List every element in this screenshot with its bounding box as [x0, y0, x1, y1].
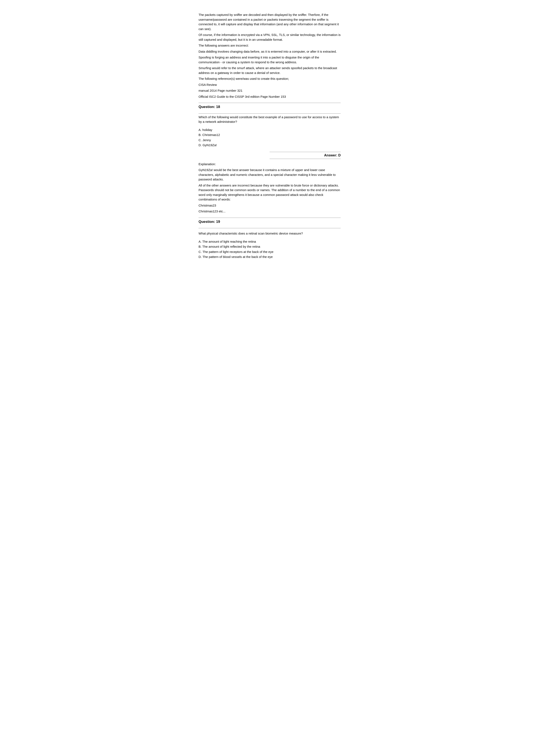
intro-paragraph1: The packets captured by sniffer are deco…	[199, 13, 341, 31]
question18-text: Which of the following would constitute …	[199, 115, 341, 124]
question18-options: A. holiday B. Christmas12 C. Jenny D. Gy…	[199, 128, 341, 148]
intro-paragraph8: CISA Review	[199, 83, 341, 87]
explanation18-1: GyN19Za! would be the best answer becaus…	[199, 168, 341, 182]
explanation18-label: Explanation:	[199, 162, 341, 167]
answer-divider-top	[269, 152, 341, 152]
intro-paragraph9: manual 2014 Page number 321	[199, 88, 341, 93]
answer18-block: Answer: D	[199, 152, 341, 159]
option-19-a: A. The amount of light reaching the reti…	[199, 239, 341, 244]
explanation18-3: Christmas23	[199, 203, 341, 208]
option-18-a: A. holiday	[199, 128, 341, 132]
explanation18-4: Christmas123 etc...	[199, 209, 341, 214]
option-18-b: B. Christmas12	[199, 133, 341, 137]
intro-paragraph4: Data diddling involves changing data bef…	[199, 49, 341, 54]
page: The packets captured by sniffer are deco…	[178, 0, 357, 280]
option-19-b: B. The amount of light reflected by the …	[199, 244, 341, 249]
intro-paragraph6: Smurfing would refer to the smurf attack…	[199, 66, 341, 75]
option-19-c: C. The pattern of light receptors at the…	[199, 250, 341, 255]
option-18-d: D. GyN19Za!	[199, 143, 341, 148]
answer18-text: Answer: D	[199, 153, 341, 158]
divider-q18-bottom	[199, 113, 341, 114]
divider-q19	[199, 218, 341, 218]
question19-options: A. The amount of light reaching the reti…	[199, 239, 341, 259]
intro-paragraph5: Spoofing is forging an address and inser…	[199, 55, 341, 65]
divider-q18	[199, 103, 341, 103]
intro-paragraph7: The following reference(s) were/was used…	[199, 76, 341, 81]
intro-paragraph2: Of course, if the information is encrypt…	[199, 33, 341, 42]
option-18-c: C. Jenny	[199, 138, 341, 143]
question19-header: Question: 19	[199, 219, 341, 225]
intro-section: The packets captured by sniffer are deco…	[199, 13, 341, 99]
answer-divider-bottom	[269, 159, 341, 159]
intro-paragraph10: Official ISC2 Guide to the CISSP 3rd edi…	[199, 94, 341, 99]
question18-header: Question: 18	[199, 104, 341, 110]
option-19-d: D. The pattern of blood vessels at the b…	[199, 255, 341, 259]
intro-paragraph3: The following answers are incorrect:	[199, 43, 341, 48]
explanation18-2: All of the other answers are incorrect b…	[199, 183, 341, 202]
question19-text: What physical characteristic does a reti…	[199, 231, 341, 236]
explanation18-block: Explanation: GyN19Za! would be the best …	[199, 162, 341, 214]
